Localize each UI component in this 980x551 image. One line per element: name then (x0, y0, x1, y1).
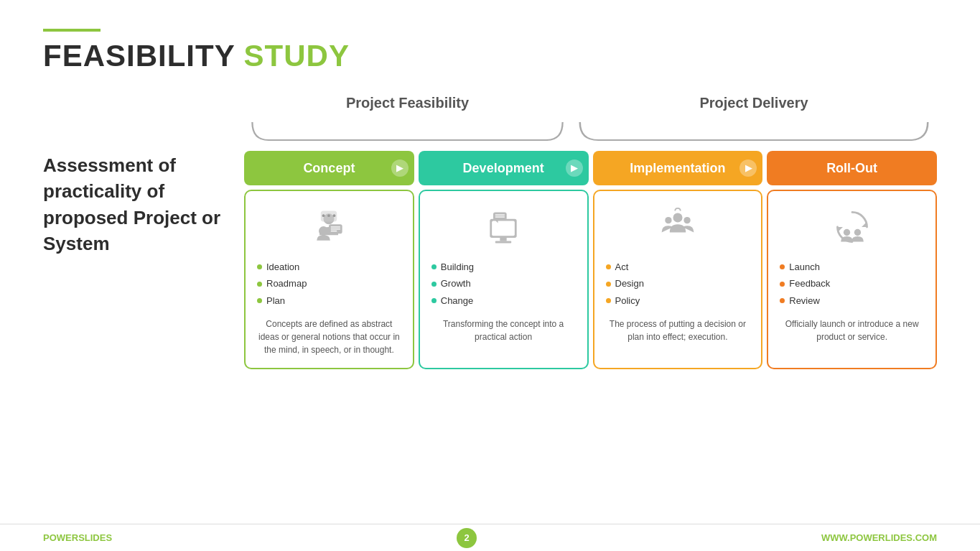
diagram-area: Project Feasibility Project Delivery (244, 95, 937, 369)
page-number: 2 (457, 528, 477, 548)
footer-url: WWW.POWERLIDES.COM (821, 532, 937, 543)
svg-rect-14 (495, 241, 511, 244)
bullet-item: Policy (606, 292, 750, 309)
phase-headers-row: Concept ▶ Development ▶ Implementation ▶… (244, 151, 937, 185)
concept-icon (307, 205, 350, 249)
svg-point-21 (683, 217, 690, 223)
rollout-card: Launch Feedback Review Officially launch… (767, 190, 937, 369)
development-bullets: Building Growth Change (431, 259, 576, 309)
rollout-header: Roll-Out (767, 151, 937, 185)
svg-point-20 (665, 217, 671, 223)
title-black: FEASIBILITY (43, 39, 235, 73)
brace-left (244, 119, 571, 147)
header: FEASIBILITY STUDY (43, 29, 937, 73)
svg-point-24 (843, 229, 849, 236)
project-feasibility-label: Project Feasibility (244, 95, 571, 119)
bullet-item: Act (606, 259, 750, 275)
logo-black: POWER (43, 532, 78, 543)
bullet-item: Building (431, 259, 576, 275)
bullet-item: Change (431, 292, 576, 309)
phase-cards-row: Ideation Roadmap Plan Concepts are defin… (244, 190, 937, 369)
svg-point-4 (333, 214, 336, 217)
svg-point-25 (854, 229, 860, 236)
implementation-card: Act Design Policy The process of putting… (593, 190, 763, 369)
svg-point-5 (319, 226, 328, 236)
main-content: Assessment of practicality of proposed P… (43, 95, 937, 497)
svg-point-2 (322, 214, 325, 217)
bullet-item: Growth (431, 275, 576, 292)
development-description: Transforming the concept into a practica… (431, 318, 576, 343)
implementation-bullets: Act Design Policy (606, 259, 750, 309)
assessment-text: Assessment of practicality of proposed P… (43, 152, 230, 257)
svg-rect-12 (492, 221, 515, 236)
implementation-icon (656, 205, 699, 249)
left-description: Assessment of practicality of proposed P… (43, 95, 244, 257)
concept-description: Concepts are defined as abstract ideas o… (257, 318, 401, 356)
development-arrow: ▶ (566, 159, 583, 177)
brace-row (244, 119, 937, 147)
title-green: STUDY (244, 39, 350, 73)
implementation-header: Implementation ▶ (593, 151, 763, 185)
slide: FEASIBILITY STUDY Assessment of practica… (0, 0, 980, 551)
svg-point-3 (328, 214, 331, 217)
bullet-item: Feedback (780, 275, 924, 292)
svg-rect-15 (493, 212, 507, 220)
bullet-item: Review (780, 292, 924, 309)
concept-header: Concept ▶ (244, 151, 414, 185)
concept-bullets: Ideation Roadmap Plan (257, 259, 401, 309)
bullet-item: Plan (257, 292, 401, 309)
brace-right (571, 119, 937, 147)
concept-card: Ideation Roadmap Plan Concepts are defin… (244, 190, 414, 369)
implementation-description: The process of putting a decision or pla… (606, 318, 750, 343)
bullet-item: Design (606, 275, 750, 292)
project-delivery-label: Project Delivery (571, 95, 937, 119)
development-header: Development ▶ (419, 151, 589, 185)
rollout-description: Officially launch or introduce a new pro… (780, 318, 924, 343)
footer: POWERSLIDES 2 WWW.POWERLIDES.COM (0, 524, 980, 551)
slide-title: FEASIBILITY STUDY (43, 39, 937, 73)
rollout-bullets: Launch Feedback Review (780, 259, 924, 309)
concept-arrow: ▶ (391, 159, 409, 177)
logo-green: SLIDES (78, 532, 112, 543)
development-icon (482, 205, 525, 249)
header-accent-line (43, 29, 101, 32)
rollout-icon (831, 205, 874, 249)
svg-point-19 (673, 213, 682, 222)
implementation-arrow: ▶ (739, 159, 757, 177)
development-card: Building Growth Change Transforming the … (419, 190, 589, 369)
bullet-item: Roadmap (257, 275, 401, 292)
bullet-item: Ideation (257, 259, 401, 275)
footer-logo: POWERSLIDES (43, 532, 112, 543)
section-labels-row: Project Feasibility Project Delivery (244, 95, 937, 119)
bullet-item: Launch (780, 259, 924, 275)
svg-rect-13 (500, 238, 506, 241)
